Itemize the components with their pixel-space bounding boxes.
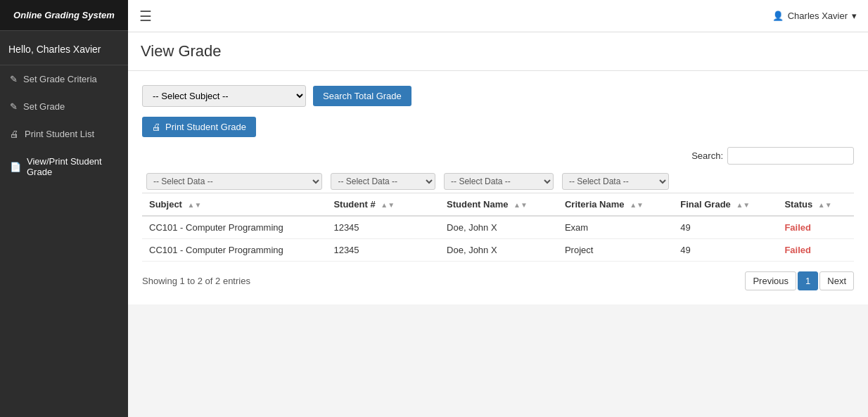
col-student-num[interactable]: Student # ▲▼ xyxy=(326,193,440,217)
subject-filter-cell: -- Select Data -- xyxy=(142,170,326,193)
sort-final-grade-icon: ▲▼ xyxy=(736,201,750,209)
pagination-previous-button[interactable]: Previous xyxy=(745,271,796,290)
page-title: View Grade xyxy=(141,42,855,60)
sidebar-item-label: View/Print Student Grade xyxy=(27,156,118,177)
cell-criteria-name: Project xyxy=(558,239,673,262)
subject-select[interactable]: -- Select Subject -- CC101 - Computer Pr… xyxy=(142,85,306,107)
sort-criteria-icon: ▲▼ xyxy=(630,201,644,209)
sidebar-item-label: Print Student List xyxy=(25,129,94,139)
col-status-label: Status xyxy=(784,199,812,210)
table-row: CC101 - Computer Programming 12345 Doe, … xyxy=(142,216,854,239)
table-body: CC101 - Computer Programming 12345 Doe, … xyxy=(142,216,854,262)
print-btn-label: Print Student Grade xyxy=(165,122,246,132)
user-icon: 👤 xyxy=(772,11,784,21)
table-search-row: Search: xyxy=(142,147,854,165)
final-grade-filter-cell xyxy=(673,170,777,193)
sort-subject-icon: ▲▼ xyxy=(188,201,202,209)
col-student-name[interactable]: Student Name ▲▼ xyxy=(440,193,558,217)
sort-status-icon: ▲▼ xyxy=(818,201,832,209)
col-final-grade-label: Final Grade xyxy=(680,199,731,210)
student-name-column-filter[interactable]: -- Select Data -- xyxy=(444,173,554,190)
search-input[interactable] xyxy=(727,147,854,165)
pagination-row: Showing 1 to 2 of 2 entries Previous 1 N… xyxy=(142,271,854,290)
col-student-num-label: Student # xyxy=(333,199,375,210)
app-logo: Online Grading System xyxy=(0,0,128,31)
set-grade-icon: ✎ xyxy=(10,101,18,112)
sidebar-item-label: Set Grade Criteria xyxy=(23,74,97,84)
student-num-filter-cell: -- Select Data -- xyxy=(326,170,440,193)
sidebar-item-label: Set Grade xyxy=(23,101,65,112)
sort-student-name-icon: ▲▼ xyxy=(513,201,528,209)
col-subject-label: Subject xyxy=(149,199,182,210)
criteria-filter-cell: -- Select Data -- xyxy=(558,170,673,193)
print-btn-icon: 🖨 xyxy=(152,122,161,132)
hamburger-menu-button[interactable]: ☰ xyxy=(139,8,152,25)
pagination-next-button[interactable]: Next xyxy=(819,271,854,290)
sort-student-num-icon: ▲▼ xyxy=(381,201,395,209)
user-menu[interactable]: 👤 Charles Xavier ▾ xyxy=(772,11,857,21)
user-name: Charles Xavier xyxy=(788,11,848,21)
cell-final-grade: 49 xyxy=(673,239,777,262)
col-student-name-label: Student Name xyxy=(447,199,508,210)
grade-criteria-icon: ✎ xyxy=(10,74,18,84)
cell-student-num: 12345 xyxy=(326,216,440,239)
sidebar: Online Grading System Hello, Charles Xav… xyxy=(0,0,128,417)
criteria-column-filter[interactable]: -- Select Data -- xyxy=(562,173,669,190)
main-content: ☰ 👤 Charles Xavier ▾ View Grade -- Selec… xyxy=(128,0,868,417)
page-title-section: View Grade xyxy=(128,32,868,71)
cell-status: Failed xyxy=(777,239,854,262)
table-header-row: Subject ▲▼ Student # ▲▼ Student Name ▲▼ … xyxy=(142,193,854,217)
subject-filter-row: -- Select Subject -- CC101 - Computer Pr… xyxy=(142,85,854,107)
search-label: Search: xyxy=(691,150,723,161)
student-name-filter-cell: -- Select Data -- xyxy=(440,170,558,193)
print-icon: 🖨 xyxy=(10,129,19,139)
col-subject[interactable]: Subject ▲▼ xyxy=(142,193,326,217)
subject-column-filter[interactable]: -- Select Data -- xyxy=(146,173,322,190)
table-row: CC101 - Computer Programming 12345 Doe, … xyxy=(142,239,854,262)
print-student-grade-button[interactable]: 🖨 Print Student Grade xyxy=(142,117,256,137)
col-final-grade[interactable]: Final Grade ▲▼ xyxy=(673,193,777,217)
user-menu-caret: ▾ xyxy=(852,11,857,21)
student-num-column-filter[interactable]: -- Select Data -- xyxy=(331,173,435,190)
sidebar-item-view-print-student-grade[interactable]: 📄 View/Print Student Grade xyxy=(0,148,128,186)
cell-student-name: Doe, John X xyxy=(440,216,558,239)
grades-table: -- Select Data -- -- Select Data -- -- S… xyxy=(142,170,854,262)
sidebar-item-set-grade[interactable]: ✎ Set Grade xyxy=(0,93,128,120)
cell-criteria-name: Exam xyxy=(558,216,673,239)
col-status[interactable]: Status ▲▼ xyxy=(777,193,854,217)
search-total-grade-button[interactable]: Search Total Grade xyxy=(313,86,411,106)
sidebar-item-set-grade-criteria[interactable]: ✎ Set Grade Criteria xyxy=(0,65,128,93)
topbar: ☰ 👤 Charles Xavier ▾ xyxy=(128,0,868,32)
sidebar-greeting: Hello, Charles Xavier xyxy=(0,31,128,65)
print-button-row: 🖨 Print Student Grade xyxy=(142,117,854,137)
pagination-buttons: Previous 1 Next xyxy=(745,271,854,290)
cell-student-num: 12345 xyxy=(326,239,440,262)
col-criteria-name[interactable]: Criteria Name ▲▼ xyxy=(558,193,673,217)
table-filter-row: -- Select Data -- -- Select Data -- -- S… xyxy=(142,170,854,193)
cell-final-grade: 49 xyxy=(673,216,777,239)
pagination-page-1-button[interactable]: 1 xyxy=(798,271,818,290)
col-criteria-name-label: Criteria Name xyxy=(565,199,625,210)
view-icon: 📄 xyxy=(10,162,21,172)
content-body: -- Select Subject -- CC101 - Computer Pr… xyxy=(128,71,868,304)
cell-subject: CC101 - Computer Programming xyxy=(142,239,326,262)
cell-subject: CC101 - Computer Programming xyxy=(142,216,326,239)
cell-status: Failed xyxy=(777,216,854,239)
status-filter-cell xyxy=(777,170,854,193)
sidebar-nav: ✎ Set Grade Criteria ✎ Set Grade 🖨 Print… xyxy=(0,65,128,186)
sidebar-item-print-student-list[interactable]: 🖨 Print Student List xyxy=(0,120,128,148)
cell-student-name: Doe, John X xyxy=(440,239,558,262)
pagination-info: Showing 1 to 2 of 2 entries xyxy=(142,276,250,286)
